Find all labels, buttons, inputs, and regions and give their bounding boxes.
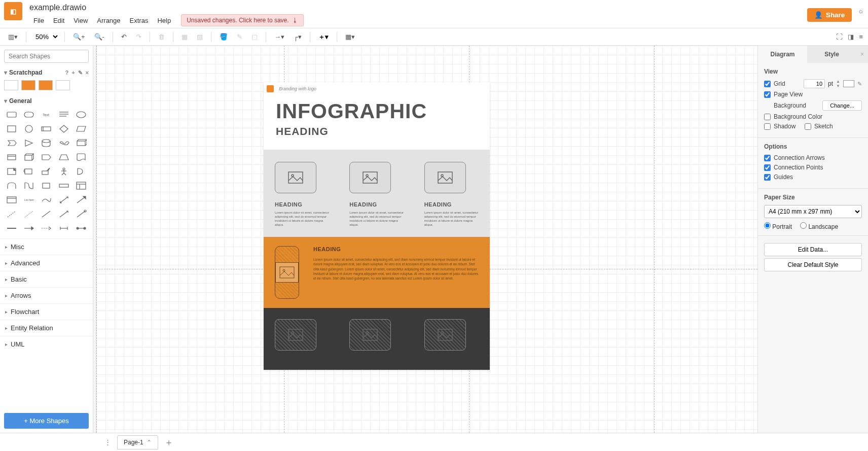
waypoint-icon[interactable]: ┌▾: [291, 31, 305, 43]
card-text: Lorem ipsum dolor sit amet, consectetur …: [275, 211, 329, 227]
canvas[interactable]: Branding with logo INFOGRAPHIC HEADING H…: [96, 46, 757, 433]
theme-toggle-icon[interactable]: ☼: [858, 7, 864, 15]
search-shapes-input[interactable]: [4, 50, 89, 63]
fullscreen-icon[interactable]: ⛶: [836, 33, 843, 41]
card-heading: HEADING: [424, 201, 479, 207]
edit-icon[interactable]: ✎: [78, 70, 83, 76]
svg-text:List Item: List Item: [24, 198, 34, 201]
add-page-button[interactable]: ＋: [162, 436, 175, 448]
page-title: INFOGRAPHIC: [264, 94, 490, 123]
svg-point-8: [25, 125, 32, 132]
connection-icon[interactable]: →▾: [271, 31, 287, 43]
menu-edit[interactable]: Edit: [49, 15, 68, 26]
insert-icon[interactable]: ＋▾: [315, 30, 332, 44]
category-advanced[interactable]: Advanced: [0, 255, 93, 271]
tab-diagram[interactable]: Diagram: [758, 46, 807, 63]
tab-style[interactable]: Style: [807, 46, 856, 63]
page-brand-text: Branding with logo: [279, 86, 316, 91]
to-back-icon[interactable]: ▧: [194, 31, 206, 43]
portrait-radio[interactable]: [764, 222, 771, 229]
edit-grid-color-icon[interactable]: ✎: [857, 81, 862, 87]
landscape-radio[interactable]: [800, 222, 807, 229]
grid-size-input[interactable]: [804, 79, 825, 88]
close-icon[interactable]: ×: [86, 70, 89, 76]
grid-label: Grid: [774, 80, 801, 87]
diagram-page[interactable]: Branding with logo INFOGRAPHIC HEADING H…: [264, 82, 490, 370]
bg-color-checkbox[interactable]: [764, 114, 771, 120]
document-title[interactable]: example.drawio: [29, 2, 807, 14]
menu-extras[interactable]: Extras: [126, 15, 153, 26]
shadow-toggle-icon[interactable]: ▢: [248, 31, 261, 43]
svg-line-42: [77, 211, 85, 217]
svg-rect-18: [42, 171, 48, 175]
help-icon[interactable]: ?: [65, 70, 68, 76]
grid-color-swatch[interactable]: [843, 80, 854, 87]
feature-text: Lorem ipsum dolor sit amet, consectetur …: [313, 257, 479, 280]
guides-checkbox[interactable]: [764, 174, 771, 181]
page-tab-dropdown-icon[interactable]: ⌃: [147, 439, 152, 446]
edit-data-button[interactable]: Edit Data...: [764, 243, 862, 256]
sidebar-toggle-icon[interactable]: ▥▾: [5, 31, 21, 43]
scratchpad-thumbnails[interactable]: [0, 78, 93, 95]
collapse-icon[interactable]: ≡: [859, 33, 863, 41]
shapes-palette[interactable]: Text: [0, 107, 93, 238]
grid-checkbox[interactable]: [764, 81, 771, 87]
category-misc[interactable]: Misc: [0, 238, 93, 255]
zoom-select[interactable]: 50%: [31, 31, 59, 42]
clear-default-style-button[interactable]: Clear Default Style: [764, 258, 862, 271]
category-flowchart[interactable]: Flowchart: [0, 303, 93, 320]
paper-size-header: Paper Size: [764, 194, 862, 201]
svg-rect-15: [25, 155, 32, 160]
add-icon[interactable]: +: [71, 70, 75, 76]
grid-unit: pt: [828, 80, 833, 87]
svg-point-6: [77, 112, 86, 118]
card-heading: HEADING: [349, 201, 404, 207]
menu-arrange[interactable]: Arrange: [93, 15, 124, 26]
conn-points-checkbox[interactable]: [764, 164, 771, 171]
change-background-button[interactable]: Change...: [822, 100, 862, 111]
unsaved-changes-button[interactable]: Unsaved changes. Click here to save. ⭳: [181, 14, 303, 26]
redo-icon[interactable]: ↷: [133, 31, 144, 43]
category-basic[interactable]: Basic: [0, 271, 93, 287]
category-entity-relation[interactable]: Entity Relation: [0, 320, 93, 336]
category-arrows[interactable]: Arrows: [0, 287, 93, 303]
category-uml[interactable]: UML: [0, 336, 93, 352]
svg-text:Text: Text: [43, 113, 49, 117]
format-panel-icon[interactable]: ◨: [848, 33, 854, 41]
share-button[interactable]: 👤 Share: [807, 8, 852, 22]
unsaved-label: Unsaved changes. Click here to save.: [187, 17, 288, 24]
card-text: Lorem ipsum dolor sit amet, consectetur …: [424, 211, 479, 227]
zoom-out-icon[interactable]: 🔍-: [91, 31, 107, 43]
image-placeholder-icon: [424, 162, 466, 193]
menu-view[interactable]: View: [69, 15, 92, 26]
table-icon[interactable]: ▦▾: [342, 31, 358, 43]
fill-color-icon[interactable]: 🪣: [216, 31, 231, 43]
delete-icon[interactable]: 🗑: [155, 31, 168, 43]
close-style-icon[interactable]: ×: [856, 46, 868, 63]
svg-line-36: [60, 197, 68, 203]
more-shapes-button[interactable]: + More Shapes: [4, 413, 89, 429]
menu-file[interactable]: File: [29, 15, 48, 26]
menu-help[interactable]: Help: [153, 15, 175, 26]
svg-point-19: [63, 168, 65, 170]
card-text: Lorem ipsum dolor sit amet, consectetur …: [349, 211, 404, 227]
app-logo[interactable]: ◧: [4, 2, 22, 20]
svg-line-40: [42, 211, 50, 217]
conn-arrows-checkbox[interactable]: [764, 155, 771, 161]
shadow-checkbox[interactable]: [764, 123, 771, 130]
zoom-in-icon[interactable]: 🔍+: [70, 31, 88, 43]
page-tab[interactable]: Page-1 ⌃: [117, 435, 158, 449]
to-front-icon[interactable]: ▦: [178, 31, 191, 43]
pages-menu-icon[interactable]: ⋮: [102, 436, 113, 448]
shadow-label: Shadow: [774, 123, 802, 130]
line-color-icon[interactable]: ✎: [234, 31, 245, 43]
paper-size-select[interactable]: A4 (210 mm x 297 mm): [764, 205, 862, 218]
page-view-checkbox[interactable]: [764, 91, 771, 98]
image-placeholder-icon: [275, 162, 316, 193]
landscape-label: Landscape: [808, 223, 838, 230]
share-label: Share: [826, 11, 845, 19]
person-icon: 👤: [814, 11, 823, 19]
image-placeholder-icon: [349, 162, 391, 193]
sketch-checkbox[interactable]: [805, 123, 811, 130]
undo-icon[interactable]: ↶: [118, 31, 130, 43]
